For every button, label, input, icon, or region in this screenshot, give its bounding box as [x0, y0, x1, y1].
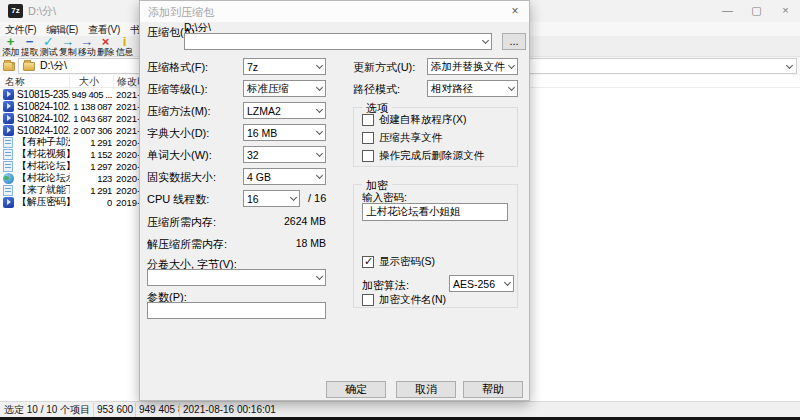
dictionary-label: 字典大小(D):	[147, 126, 209, 141]
memory-compress-value: 2624 MB	[243, 215, 326, 227]
toolbar-button[interactable]: − 提取	[20, 36, 39, 56]
parameters-input[interactable]	[147, 302, 326, 319]
cpu-threads-label: CPU 线程数:	[147, 192, 209, 207]
chevron-down-icon	[316, 106, 323, 113]
compress-shared-label: 压缩共享文件	[379, 131, 442, 145]
memory-decompress-label: 解压缩所需内存:	[147, 237, 227, 252]
file-name: S10824-102...	[17, 113, 70, 124]
file-type-icon	[3, 161, 13, 172]
browse-button[interactable]: ...	[502, 33, 526, 50]
update-mode-combo[interactable]: 添加并替换文件	[427, 58, 518, 75]
file-size: 1 152	[70, 149, 112, 160]
minimize-button[interactable]: —	[713, 0, 742, 22]
extract-minus-icon: −	[26, 36, 34, 47]
file-type-icon	[3, 149, 13, 160]
file-modified: 2020-	[112, 137, 140, 148]
window-title: D:\分\	[28, 4, 56, 19]
level-combo[interactable]: 标准压缩	[243, 80, 326, 97]
file-modified: 2020-	[112, 149, 140, 160]
file-modified: 2019-	[112, 197, 140, 208]
toolbar-button-label: 移动	[78, 47, 95, 57]
toolbar-button-label: 删除	[97, 47, 114, 57]
dictionary-combo[interactable]: 16 MB	[243, 124, 326, 141]
word-size-combo[interactable]: 32	[243, 146, 326, 163]
volume-size-combo[interactable]	[147, 269, 326, 286]
path-mode-combo[interactable]: 相对路径	[427, 80, 518, 97]
method-combo[interactable]: LZMA2	[243, 102, 326, 119]
create-sfx-checkbox-row[interactable]: 创建自释放程序(X)	[362, 113, 467, 127]
file-type-icon	[3, 89, 14, 100]
toolbar-button-label: 信息	[116, 47, 133, 57]
delete-after-label: 操作完成后删除源文件	[379, 149, 484, 163]
memory-decompress-value: 18 MB	[243, 237, 326, 249]
chevron-down-icon	[316, 150, 323, 157]
toolbar-button[interactable]: × 删除	[96, 36, 115, 56]
file-size: 1 297	[70, 161, 112, 172]
solid-block-label: 固实数据大小:	[147, 170, 216, 185]
maximize-button[interactable]: ▢	[742, 0, 771, 22]
encryption-method-combo[interactable]: AES-256	[449, 275, 514, 292]
toolbar-button[interactable]: + 添加	[1, 36, 20, 56]
file-size: 123	[70, 173, 112, 184]
help-button[interactable]: 帮助	[463, 381, 523, 398]
cpu-threads-combo[interactable]: 16	[243, 190, 300, 207]
chevron-down-icon	[504, 279, 511, 286]
up-one-level-button[interactable]: ↑	[2, 59, 17, 73]
add-to-archive-dialog: 添加到压缩包 × 压缩包(A): D:\分\ ... 压缩格式(F): 7z 压…	[139, 0, 530, 401]
file-modified: 2021-	[112, 89, 140, 100]
file-modified: 2020-	[112, 161, 140, 172]
column-header-size[interactable]: 大小	[70, 75, 114, 87]
status-selection: 选定 10 / 10 个项目	[0, 403, 93, 417]
encrypt-names-label: 加密文件名(N)	[379, 293, 446, 307]
cpu-threads-max: / 16	[308, 192, 326, 204]
file-type-icon	[3, 173, 14, 184]
chevron-down-icon	[316, 172, 323, 179]
folder-up-icon: ↑	[3, 62, 15, 71]
word-size-label: 单词大小(W):	[147, 148, 212, 163]
app-icon: 7z	[8, 4, 23, 18]
compress-shared-checkbox-row[interactable]: 压缩共享文件	[362, 131, 442, 145]
chevron-down-icon	[508, 62, 515, 69]
toolbar-button[interactable]: i 信息	[115, 36, 134, 56]
toolbar-button[interactable]: ✓ 测试	[39, 36, 58, 56]
compress-shared-checkbox[interactable]	[362, 132, 374, 144]
delete-after-checkbox-row[interactable]: 操作完成后删除源文件	[362, 149, 484, 163]
chevron-down-icon	[316, 273, 323, 280]
level-label: 压缩等级(L):	[147, 82, 208, 97]
encrypt-names-checkbox-row[interactable]: 加密文件名(N)	[362, 293, 446, 307]
password-input[interactable]	[362, 203, 508, 221]
dialog-close-icon[interactable]: ×	[507, 4, 523, 20]
chevron-down-icon[interactable]	[786, 61, 793, 68]
delete-after-checkbox[interactable]	[362, 150, 374, 162]
archive-name-combo[interactable]	[184, 33, 492, 50]
toolbar-button[interactable]: → 复制	[58, 36, 77, 56]
show-password-checkbox[interactable]	[362, 256, 374, 268]
file-modified: 2021-	[112, 125, 140, 136]
show-password-checkbox-row[interactable]: 显示密码(S)	[362, 255, 435, 269]
status-total-size: 953 600 04	[93, 403, 135, 417]
file-size: 1 043 687	[70, 113, 112, 124]
add-plus-icon: +	[7, 36, 15, 47]
ok-button[interactable]: 确定	[326, 381, 386, 398]
info-icon: i	[123, 36, 127, 47]
column-header-name[interactable]: 名称	[0, 75, 70, 87]
method-label: 压缩方法(M):	[147, 104, 211, 119]
memory-compress-label: 压缩所需内存:	[147, 215, 216, 230]
encrypt-names-checkbox[interactable]	[362, 294, 374, 306]
chevron-down-icon	[316, 84, 323, 91]
file-name: S10824-102...	[17, 101, 70, 112]
file-type-icon	[3, 137, 13, 148]
file-name: 【解压密码】...	[17, 195, 70, 209]
file-size: 1 291	[70, 185, 112, 196]
format-combo[interactable]: 7z	[243, 58, 326, 75]
dialog-title-bar: 添加到压缩包 ×	[140, 1, 529, 22]
chevron-down-icon	[316, 62, 323, 69]
cancel-button[interactable]: 取消	[396, 381, 456, 398]
create-sfx-checkbox[interactable]	[362, 114, 374, 126]
move-arrow-icon: →	[80, 36, 93, 47]
solid-block-combo[interactable]: 4 GB	[243, 168, 326, 185]
file-size: 0	[70, 197, 112, 208]
toolbar-button[interactable]: → 移动	[77, 36, 96, 56]
close-button[interactable]: ×	[771, 0, 800, 22]
file-size: 2 007 306	[70, 125, 112, 136]
